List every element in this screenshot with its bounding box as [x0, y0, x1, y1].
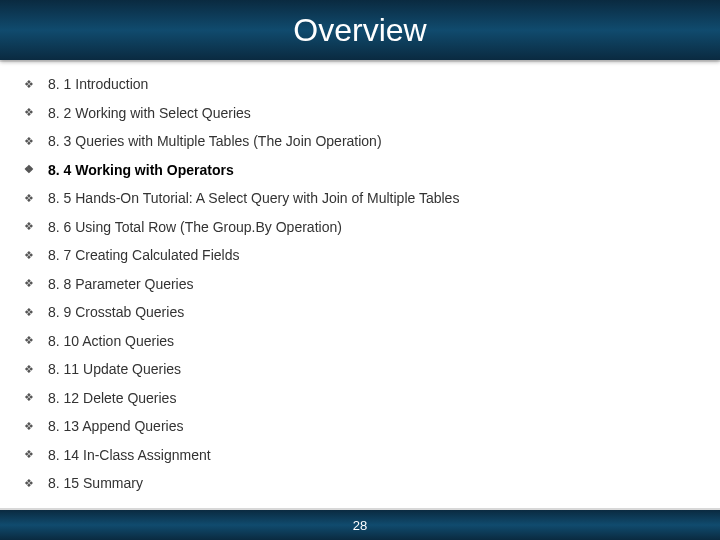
list-item: ❖8. 8 Parameter Queries: [24, 276, 696, 292]
list-item: ❖8. 4 Working with Operators: [24, 162, 696, 178]
list-item-label: 8. 10 Action Queries: [48, 333, 174, 349]
list-item-label: 8. 8 Parameter Queries: [48, 276, 194, 292]
list-item-label: 8. 2 Working with Select Queries: [48, 105, 251, 121]
diamond-bullet-icon: ❖: [24, 107, 34, 118]
diamond-bullet-icon: ❖: [24, 307, 34, 318]
list-item: ❖8. 7 Creating Calculated Fields: [24, 247, 696, 263]
list-item-label: 8. 4 Working with Operators: [48, 162, 234, 178]
list-item-label: 8. 1 Introduction: [48, 76, 148, 92]
diamond-bullet-icon: ❖: [24, 364, 34, 375]
diamond-bullet-icon: ❖: [24, 164, 34, 175]
list-item: ❖8. 5 Hands-On Tutorial: A Select Query …: [24, 190, 696, 206]
diamond-bullet-icon: ❖: [24, 250, 34, 261]
diamond-bullet-icon: ❖: [24, 193, 34, 204]
list-item: ❖8. 15 Summary: [24, 475, 696, 491]
outline-list: ❖8. 1 Introduction❖8. 2 Working with Sel…: [0, 62, 720, 491]
list-item-label: 8. 6 Using Total Row (The Group.By Opera…: [48, 219, 342, 235]
slide-header: Overview: [0, 0, 720, 60]
list-item: ❖8. 11 Update Queries: [24, 361, 696, 377]
list-item: ❖8. 1 Introduction: [24, 76, 696, 92]
list-item-label: 8. 3 Queries with Multiple Tables (The J…: [48, 133, 382, 149]
list-item: ❖8. 13 Append Queries: [24, 418, 696, 434]
list-item: ❖8. 3 Queries with Multiple Tables (The …: [24, 133, 696, 149]
diamond-bullet-icon: ❖: [24, 392, 34, 403]
slide-footer: 28: [0, 510, 720, 540]
diamond-bullet-icon: ❖: [24, 478, 34, 489]
list-item: ❖8. 9 Crosstab Queries: [24, 304, 696, 320]
list-item: ❖8. 10 Action Queries: [24, 333, 696, 349]
list-item-label: 8. 14 In-Class Assignment: [48, 447, 211, 463]
list-item-label: 8. 5 Hands-On Tutorial: A Select Query w…: [48, 190, 459, 206]
list-item-label: 8. 11 Update Queries: [48, 361, 181, 377]
slide-title: Overview: [293, 12, 426, 49]
list-item: ❖8. 2 Working with Select Queries: [24, 105, 696, 121]
list-item-label: 8. 15 Summary: [48, 475, 143, 491]
list-item-label: 8. 13 Append Queries: [48, 418, 183, 434]
diamond-bullet-icon: ❖: [24, 136, 34, 147]
diamond-bullet-icon: ❖: [24, 278, 34, 289]
page-number: 28: [353, 518, 367, 533]
diamond-bullet-icon: ❖: [24, 421, 34, 432]
list-item: ❖8. 12 Delete Queries: [24, 390, 696, 406]
diamond-bullet-icon: ❖: [24, 449, 34, 460]
list-item-label: 8. 9 Crosstab Queries: [48, 304, 184, 320]
diamond-bullet-icon: ❖: [24, 221, 34, 232]
list-item-label: 8. 7 Creating Calculated Fields: [48, 247, 239, 263]
list-item: ❖8. 6 Using Total Row (The Group.By Oper…: [24, 219, 696, 235]
list-item: ❖8. 14 In-Class Assignment: [24, 447, 696, 463]
list-item-label: 8. 12 Delete Queries: [48, 390, 176, 406]
diamond-bullet-icon: ❖: [24, 335, 34, 346]
diamond-bullet-icon: ❖: [24, 79, 34, 90]
